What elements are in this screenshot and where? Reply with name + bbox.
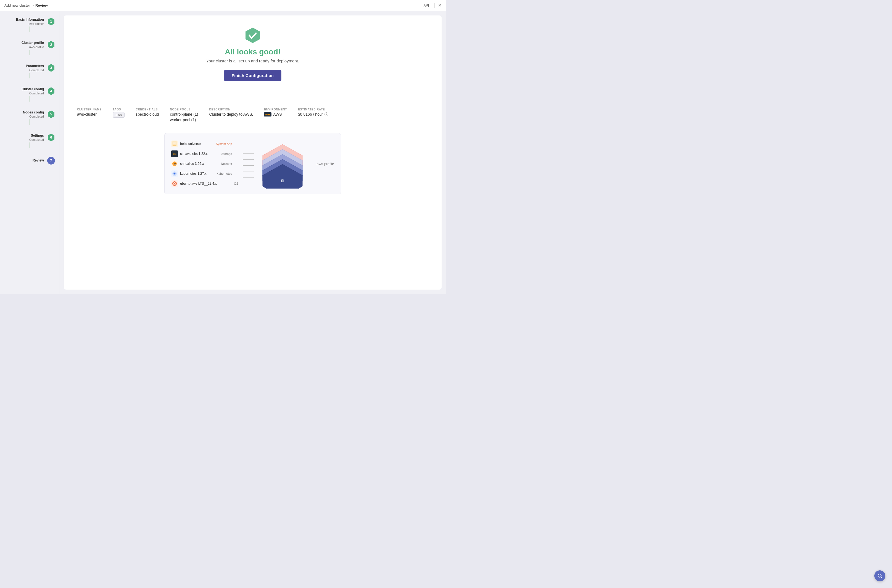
node-pools-line1: control-plane (1)	[170, 112, 198, 117]
svg-point-11	[174, 182, 175, 183]
svg-rect-2	[173, 143, 176, 143]
breadcrumb-root: Add new cluster	[5, 3, 30, 8]
aws-logo: aws	[264, 112, 272, 117]
tags-label: TAGS	[113, 108, 125, 111]
svg-text:🖥: 🖥	[281, 178, 284, 183]
breadcrumb-sep: >	[32, 3, 34, 8]
hero-title: All looks good!	[225, 48, 281, 56]
connector	[30, 96, 30, 102]
stack-item-cni-calico: 🐯 cni-calico 3.26.x Network	[171, 159, 238, 169]
step-4-badge: 4	[47, 87, 55, 95]
stack-item-hello-universe: hello-universe System App	[171, 139, 238, 149]
stack-type-cni-calico: Network	[213, 162, 232, 165]
svg-rect-3	[173, 144, 176, 144]
divider	[434, 3, 435, 8]
credentials-group: CREDENTIALS spectro-cloud	[135, 108, 159, 117]
step-1-badge: 1	[47, 18, 55, 26]
environment-value: AWS	[273, 112, 282, 117]
close-button[interactable]: ✕	[438, 3, 441, 8]
line-3	[243, 165, 254, 166]
environment-label: ENVIRONMENT	[264, 108, 287, 111]
svg-point-12	[176, 184, 176, 184]
api-button[interactable]: API	[421, 3, 431, 8]
stack-name-cni-calico: cni-calico 3.26.x	[180, 162, 210, 166]
hex-stack-visual: 🗄 🌐 ⚙	[255, 139, 310, 189]
finish-configuration-button[interactable]: Finish Configuration	[224, 70, 282, 81]
cni-calico-icon: 🐯	[171, 160, 178, 167]
environment-value-row: aws AWS	[264, 112, 287, 117]
node-pools-group: NODE POOLS control-plane (1) worker-pool…	[170, 108, 198, 122]
step-7-badge: 7	[47, 157, 55, 165]
titlebar: Add new cluster > Review API ✕	[0, 0, 446, 11]
description-label: DESCRIPTION	[209, 108, 253, 111]
cluster-name-group: CLUSTER NAME aws-cluster	[77, 108, 102, 117]
stack-name-hello-universe: hello-universe	[180, 142, 210, 146]
cluster-name-label: CLUSTER NAME	[77, 108, 102, 111]
credentials-label: CREDENTIALS	[135, 108, 159, 111]
success-icon	[244, 27, 261, 44]
stack-card: hello-universe System App aws csi-aws-eb…	[164, 133, 341, 194]
sidebar-step-1: Basic information aws-cluster 1	[0, 18, 59, 33]
stack-container: hello-universe System App aws csi-aws-eb…	[164, 133, 341, 194]
connector	[30, 73, 30, 78]
description-group: DESCRIPTION Cluster to deploy to AWS.	[209, 108, 253, 117]
stack-name-kubernetes: kubernetes 1.27.x	[180, 172, 210, 176]
estimated-rate-value-row: $0.8166 / hour i	[298, 112, 328, 117]
sidebar-step-3: Parameters Completed 3	[0, 64, 59, 80]
sidebar: Basic information aws-cluster 1 Cluster …	[0, 11, 59, 294]
tag-chip: aws	[113, 112, 125, 118]
kubernetes-icon: ✦	[171, 170, 178, 177]
connector	[30, 27, 30, 32]
connector	[30, 119, 30, 125]
stack-type-csi-aws-ebs: Storage	[213, 152, 232, 155]
breadcrumb: Add new cluster > Review	[5, 3, 48, 8]
stack-item-csi-aws-ebs: aws csi-aws-ebs 1.22.x Storage	[171, 149, 238, 159]
stack-name-ubuntu: ubuntu-aws LTS__22.4.x	[180, 182, 217, 186]
line-1	[243, 153, 254, 154]
main-layout: Basic information aws-cluster 1 Cluster …	[0, 11, 446, 294]
sidebar-step-5: Nodes config Completed 5	[0, 110, 59, 126]
step-2-badge: 2	[47, 41, 55, 49]
connector	[30, 142, 30, 148]
step-6-label: Settings Completed	[5, 134, 44, 141]
estimated-rate-value: $0.8166 / hour	[298, 112, 323, 117]
step-3-badge: 3	[47, 64, 55, 72]
sidebar-step-6: Settings Completed 6	[0, 134, 59, 149]
step-6-badge: 6	[47, 134, 55, 141]
info-icon[interactable]: i	[324, 112, 328, 116]
step-7-label: Review	[5, 159, 44, 163]
svg-text:🐯: 🐯	[173, 162, 177, 166]
estimated-rate-label: ESTIMATED RATE	[298, 108, 328, 111]
node-pools-label: NODE POOLS	[170, 108, 198, 111]
stack-section: hello-universe System App aws csi-aws-eb…	[77, 133, 428, 194]
cluster-info-row: CLUSTER NAME aws-cluster TAGS aws CREDEN…	[77, 108, 428, 122]
step-3-label: Parameters Completed	[5, 64, 44, 72]
step-5-badge: 5	[47, 110, 55, 118]
stack-item-kubernetes: ✦ kubernetes 1.27.x Kubernetes	[171, 169, 238, 178]
hero-subtitle: Your cluster is all set up and ready for…	[206, 58, 299, 63]
cluster-name-value: aws-cluster	[77, 112, 102, 117]
stack-name-csi-aws-ebs: csi-aws-ebs 1.22.x	[180, 152, 210, 156]
svg-rect-4	[173, 145, 176, 146]
environment-group: ENVIRONMENT aws AWS	[264, 108, 287, 117]
step-4-label: Cluster config Completed	[5, 87, 44, 95]
window: Add new cluster > Review API ✕ Basic inf…	[0, 0, 446, 294]
stack-type-ubuntu: OS	[219, 182, 238, 185]
sidebar-step-7[interactable]: Review 7	[0, 157, 59, 165]
step-5-label: Nodes config Completed	[5, 110, 44, 118]
csi-aws-ebs-icon: aws	[171, 150, 178, 157]
breadcrumb-current: Review	[35, 3, 48, 8]
step-2-label: Cluster profile aws-profile	[5, 41, 44, 49]
description-value: Cluster to deploy to AWS.	[209, 112, 253, 117]
sidebar-step-2: Cluster profile aws-profile 2	[0, 41, 59, 56]
step-1-label: Basic information aws-cluster	[5, 18, 44, 26]
hello-universe-icon	[171, 141, 178, 147]
stack-list: hello-universe System App aws csi-aws-eb…	[171, 139, 238, 189]
svg-marker-0	[246, 28, 260, 43]
credentials-value: spectro-cloud	[135, 112, 159, 117]
estimated-rate-group: ESTIMATED RATE $0.8166 / hour i	[298, 108, 328, 117]
ubuntu-icon	[171, 180, 178, 187]
line-4	[243, 171, 254, 171]
connector-lines	[243, 150, 254, 177]
svg-text:✦: ✦	[173, 172, 176, 175]
